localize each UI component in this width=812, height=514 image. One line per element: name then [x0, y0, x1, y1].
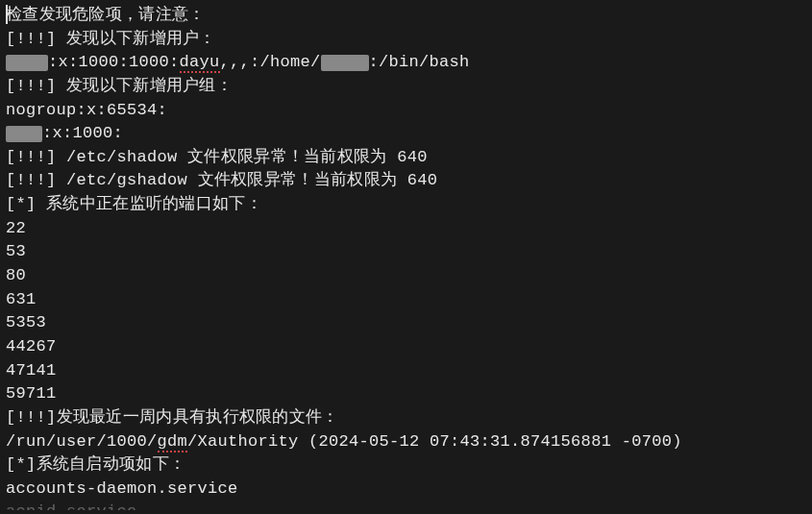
port-entry: 80: [6, 264, 806, 288]
ports-list: 2253806315353442674714159711: [6, 217, 806, 406]
exec-files-label: [!!!]发现最近一周内具有执行权限的文件：: [6, 406, 806, 430]
new-users-label: [!!!] 发现以下新增用户：: [6, 28, 806, 52]
redacted-groupname: [6, 126, 42, 142]
port-entry: 47141: [6, 359, 806, 383]
group-entry-1: nogroup:x:65534:: [6, 99, 806, 123]
port-entry: 53: [6, 240, 806, 264]
port-entry: 631: [6, 288, 806, 312]
exec-file-timestamp: (2024-05-12 07:43:31.874156881 -0700): [299, 432, 682, 451]
ports-label: [*] 系统中正在监听的端口如下：: [6, 193, 806, 217]
header-text: 检查发现危险项，请注意：: [6, 6, 206, 24]
new-groups-label: [!!!] 发现以下新增用户组：: [6, 75, 806, 99]
autostart-entry: accounts-daemon.service: [6, 477, 806, 502]
user-entry: :x:1000:1000:dayu,,,:/home/:/bin/bash: [6, 51, 806, 75]
shadow-alert: [!!!] /etc/shadow 文件权限异常！当前权限为 640: [6, 146, 806, 170]
port-entry: 59711: [6, 382, 806, 406]
header-line: 检查发现危险项，请注意：: [6, 4, 806, 28]
exec-file-gdm: gdm: [158, 432, 188, 453]
port-entry: 5353: [6, 311, 806, 335]
group-entry-2: :x:1000:: [6, 122, 806, 146]
port-entry: 22: [6, 217, 806, 241]
autostart-list: accounts-daemon.serviceacpid.service: [6, 477, 806, 511]
autostart-label: [*]系统自启动项如下：: [6, 453, 806, 477]
user-realname: dayu: [180, 53, 220, 73]
gshadow-alert: [!!!] /etc/gshadow 文件权限异常！当前权限为 640: [6, 169, 806, 193]
redacted-homedir: [321, 55, 369, 71]
autostart-entry: acpid.service: [6, 501, 806, 510]
port-entry: 44267: [6, 335, 806, 359]
redacted-username: [6, 55, 48, 71]
exec-file-entry: /run/user/1000/gdm/Xauthority (2024-05-1…: [6, 430, 806, 454]
